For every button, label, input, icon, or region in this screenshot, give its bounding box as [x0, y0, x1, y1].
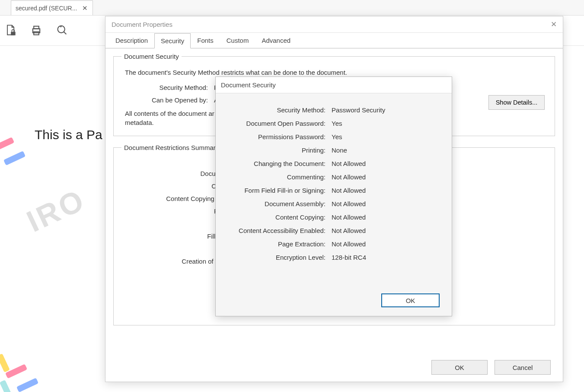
security-detail-row: Permissions Password:Yes	[226, 133, 441, 140]
detail-value: Password Security	[332, 106, 385, 114]
dialog-title: Document Security	[221, 81, 276, 89]
detail-label: Changing the Document:	[226, 160, 326, 167]
detail-label: Page Extraction:	[226, 240, 326, 248]
detail-value: Not Allowed	[332, 227, 366, 234]
security-detail-row: Content Accessibility Enabled:Not Allowe…	[226, 227, 441, 234]
detail-label: Document Assembly:	[226, 200, 326, 207]
detail-value: None	[332, 147, 347, 154]
security-detail-row: Form Field Fill-in or Signing:Not Allowe…	[226, 187, 441, 194]
svg-rect-2	[34, 26, 39, 29]
security-detail-row: Printing:None	[226, 147, 441, 154]
security-detail-row: Changing the Document:Not Allowed	[226, 160, 441, 167]
tab-advanced[interactable]: Advanced	[255, 33, 297, 48]
ok-button[interactable]: OK	[381, 293, 440, 307]
security-intro-text: The document's Security Method restricts…	[125, 69, 547, 76]
svg-rect-3	[34, 32, 39, 35]
detail-label: Printing:	[226, 147, 326, 154]
document-tab-bar: secured.pdf (SECUR... ✕	[0, 0, 584, 16]
security-detail-row: Security Method:Password Security	[226, 106, 441, 114]
dialog-titlebar: Document Properties ✕	[105, 16, 563, 33]
document-tab[interactable]: secured.pdf (SECUR... ✕	[11, 0, 93, 15]
close-icon[interactable]: ✕	[551, 20, 557, 29]
detail-label: Security Method:	[226, 106, 326, 114]
tab-custom[interactable]: Custom	[220, 33, 255, 48]
ok-button[interactable]: OK	[431, 360, 488, 375]
zoom-icon[interactable]	[56, 24, 69, 37]
detail-value: 128-bit RC4	[332, 254, 366, 261]
detail-label: Content Copying:	[226, 214, 326, 221]
watermark-graphic	[0, 340, 78, 392]
dialog-tabs: Description Security Fonts Custom Advanc…	[105, 33, 563, 48]
detail-value: Not Allowed	[332, 240, 366, 248]
detail-value: Not Allowed	[332, 187, 366, 194]
can-open-label: Can be Opened by:	[134, 96, 208, 104]
cancel-button[interactable]: Cancel	[495, 360, 551, 375]
security-method-label: Security Method:	[134, 84, 208, 91]
document-body-text: This is a Pa	[35, 127, 102, 142]
detail-label: Permissions Password:	[226, 133, 326, 140]
document-tab-title: secured.pdf (SECUR...	[16, 5, 77, 12]
show-details-button[interactable]: Show Details...	[488, 95, 545, 110]
dialog-footer: OK Cancel	[431, 360, 551, 375]
security-detail-row: Document Open Password:Yes	[226, 120, 441, 127]
detail-value: Yes	[332, 120, 342, 127]
detail-value: Not Allowed	[332, 173, 366, 181]
svg-rect-0	[11, 32, 15, 35]
detail-label: Commenting:	[226, 173, 326, 181]
detail-value: Not Allowed	[332, 214, 366, 221]
group-legend: Document Restrictions Summary	[121, 144, 221, 151]
detail-label: Encryption Level:	[226, 254, 326, 261]
detail-value: Not Allowed	[332, 160, 366, 167]
tab-fonts[interactable]: Fonts	[191, 33, 220, 48]
security-detail-row: Encryption Level:128-bit RC4	[226, 254, 441, 261]
dialog-titlebar: Document Security	[216, 77, 452, 93]
dialog-title: Document Properties	[112, 21, 172, 28]
group-legend: Document Security	[121, 53, 182, 60]
detail-label: Form Field Fill-in or Signing:	[226, 187, 326, 194]
security-detail-row: Commenting:Not Allowed	[226, 173, 441, 181]
close-icon[interactable]: ✕	[82, 4, 88, 12]
detail-label: Content Accessibility Enabled:	[226, 227, 326, 234]
security-detail-row: Content Copying:Not Allowed	[226, 214, 441, 221]
tab-description[interactable]: Description	[109, 33, 154, 48]
detail-label: Document Open Password:	[226, 120, 326, 127]
security-detail-row: Page Extraction:Not Allowed	[226, 240, 441, 248]
document-security-details-dialog: Document Security Security Method:Passwo…	[215, 76, 452, 316]
security-details-list: Security Method:Password SecurityDocumen…	[216, 93, 452, 271]
print-icon[interactable]	[30, 24, 43, 37]
detail-value: Not Allowed	[332, 200, 366, 207]
file-lock-icon[interactable]	[4, 24, 17, 37]
tab-security[interactable]: Security	[154, 33, 191, 48]
security-detail-row: Document Assembly:Not Allowed	[226, 200, 441, 207]
detail-value: Yes	[332, 133, 342, 140]
